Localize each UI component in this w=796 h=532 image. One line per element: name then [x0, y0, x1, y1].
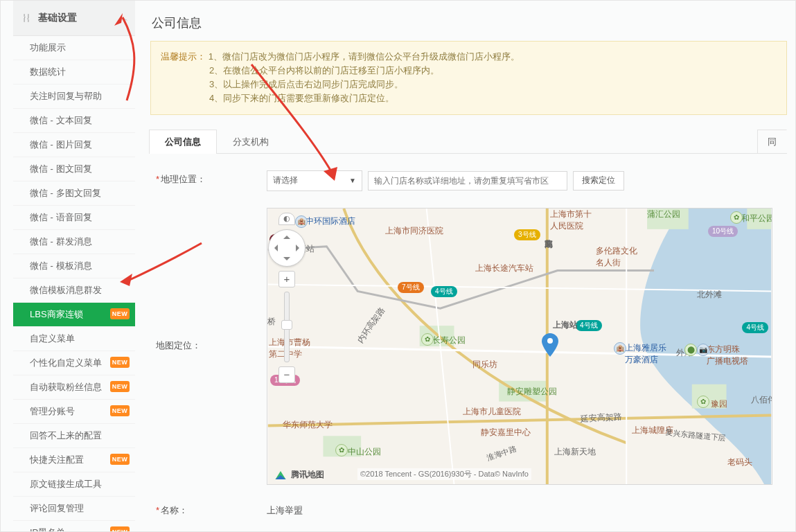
sidebar-item[interactable]: 微信 - 模板消息: [13, 254, 135, 278]
sidebar-header[interactable]: 基础设置 ︿: [13, 1, 135, 36]
tabs: 公司信息 分支机构 同: [149, 129, 787, 154]
sidebar-item[interactable]: 微信 - 图文回复: [13, 157, 135, 181]
row-map: 地图定位：: [149, 208, 795, 485]
poi-label: 中山公园: [348, 446, 381, 458]
poi-label: 蒲汇公园: [647, 209, 680, 220]
poi-label: 静安雕塑公园: [507, 386, 557, 398]
poi-label: 八佰伴: [751, 394, 772, 406]
sidebar-item[interactable]: LBS商家连锁NEW: [13, 303, 135, 327]
row-geo: *地理位置： 请选择 ▼ 搜索定位: [149, 170, 795, 191]
poi-label: 和平公园: [741, 213, 772, 224]
tab-branch[interactable]: 分支机构: [217, 130, 285, 154]
notice-line: 2、在微信公众平台内将以前的门店迁移至门店小程序内。: [209, 64, 778, 78]
poi-label: 上海新天地: [554, 446, 596, 458]
zoom-in-button[interactable]: +: [278, 271, 295, 287]
geo-select[interactable]: 请选择 ▼: [267, 170, 362, 191]
label-name: *名称：: [149, 502, 267, 517]
poi-label: 上海市同济医院: [385, 225, 443, 237]
sidebar-item[interactable]: 微信 - 群发消息: [13, 230, 135, 254]
map-pan-nav[interactable]: [268, 229, 306, 267]
sidebar-item[interactable]: 微信 - 文本回复: [13, 109, 135, 133]
sidebar: 基础设置 ︿ 功能展示数据统计关注时回复与帮助微信 - 文本回复微信 - 图片回…: [13, 1, 135, 532]
hotel-icon: 🏨: [614, 342, 626, 355]
poi-icon: ⬤: [684, 344, 697, 356]
sidebar-item[interactable]: 功能展示: [13, 36, 135, 60]
poi-label: 上海站: [553, 319, 578, 331]
sidebar-item[interactable]: 回答不上来的配置: [13, 424, 135, 448]
sidebar-menu: 功能展示数据统计关注时回复与帮助微信 - 文本回复微信 - 图片回复微信 - 图…: [13, 36, 135, 532]
main-panel: 公司信息 温馨提示： 1、微信门店改为微信门店小程序，请到微信公众平台升级成微信…: [149, 1, 795, 531]
new-badge: NEW: [110, 357, 130, 368]
label-map: 地图定位：: [149, 208, 267, 352]
sidebar-item[interactable]: IP黑名单NEW: [13, 521, 135, 532]
line-badge-7: 7号线: [398, 282, 424, 293]
map[interactable]: 3号线 4号线 4号线 4号线 7号线 10号线 11号线 13号线 中环国际酒…: [267, 208, 772, 485]
svg-point-7: [547, 338, 553, 344]
map-provider-logo: 腾讯地图: [274, 469, 324, 481]
tab-company-info[interactable]: 公司信息: [149, 130, 217, 154]
line-badge-4: 4号线: [431, 286, 457, 297]
line-badge-4c: 4号线: [742, 322, 768, 333]
new-badge: NEW: [110, 526, 130, 532]
line-badge-3: 3号线: [514, 229, 540, 240]
poi-label: 多伦路文化 名人街: [596, 245, 637, 269]
map-toggle[interactable]: ◐: [278, 213, 295, 225]
line-badge-10: 10号线: [708, 226, 738, 237]
sidebar-item[interactable]: 微信 - 多图文回复: [13, 181, 135, 206]
sidebar-item[interactable]: 微信 - 语音回复: [13, 206, 135, 230]
zoom-slider[interactable]: [284, 292, 290, 362]
poi-label: 老码头: [727, 456, 752, 468]
sidebar-title: 基础设置: [38, 12, 77, 24]
select-value: 请选择: [273, 175, 298, 186]
notice-prefix: 温馨提示：: [161, 51, 206, 62]
sidebar-item[interactable]: 数据统计: [13, 60, 135, 85]
sidebar-item[interactable]: 自定义菜单: [13, 327, 135, 351]
new-badge: NEW: [110, 454, 130, 465]
caret-down-icon: ▼: [349, 177, 356, 184]
new-badge: NEW: [110, 405, 130, 416]
park-icon: ✿: [335, 444, 348, 456]
poi-label: 长寿公园: [432, 335, 466, 346]
geo-address-input[interactable]: [368, 171, 567, 190]
sidebar-item[interactable]: 微信模板消息群发: [13, 278, 135, 303]
sidebar-item[interactable]: 自动获取粉丝信息NEW: [13, 375, 135, 400]
road-label: 延安高架路: [580, 410, 622, 425]
value-name: 上海举盟: [267, 502, 303, 517]
search-location-button[interactable]: 搜索定位: [573, 171, 624, 190]
sidebar-item[interactable]: 管理分账号NEW: [13, 400, 135, 424]
new-badge: NEW: [110, 381, 130, 392]
notice-line: 1、微信门店改为微信门店小程序，请到微信公众平台升级成微信门店小程序。: [209, 51, 520, 62]
notice-line: 3、以上操作完成后点击右边同步门店完成同步。: [209, 78, 778, 91]
row-name: *名称： 上海举盟: [149, 502, 795, 517]
poi-label: 上海市第十 人民医院: [550, 209, 592, 232]
zoom-handle[interactable]: [281, 320, 292, 330]
poi-label: 豫园: [711, 398, 727, 410]
notice-box: 温馨提示： 1、微信门店改为微信门店小程序，请到微信公众平台升级成微信门店小程序…: [150, 41, 787, 115]
sidebar-item[interactable]: 关注时回复与帮助: [13, 85, 135, 109]
map-controls: ◐ + −: [274, 213, 299, 383]
tools-icon: [21, 13, 31, 23]
poi-label: 华东师范大学: [283, 419, 333, 431]
map-copyright: ©2018 Tencent - GS(2016)930号 - Data© Nav…: [357, 468, 531, 480]
sidebar-item[interactable]: 个性化自定义菜单NEW: [13, 351, 135, 375]
zoom-out-button[interactable]: −: [278, 366, 295, 383]
poi-label: 同乐坊: [472, 359, 497, 371]
tab-right[interactable]: 同: [757, 130, 787, 154]
poi-label: 上海雅居乐 万豪酒店: [625, 342, 666, 366]
poi-label: 北外滩: [697, 289, 722, 301]
park-icon: ✿: [730, 211, 743, 224]
poi-label: 东方明珠 广播电视塔: [707, 344, 748, 367]
new-badge: NEW: [110, 308, 130, 319]
sidebar-item[interactable]: 微信 - 图片回复: [13, 133, 135, 157]
sidebar-item[interactable]: 评论回复管理: [13, 497, 135, 521]
poi-label: 中环国际酒店: [306, 215, 355, 227]
poi-label: 上海市儿童医院: [463, 406, 521, 418]
chevron-up-icon: ︿: [120, 12, 128, 24]
park-icon: ✿: [421, 333, 434, 346]
sidebar-item[interactable]: 原文链接生成工具: [13, 472, 135, 497]
sidebar-item[interactable]: 快捷关注配置NEW: [13, 448, 135, 472]
map-marker[interactable]: [542, 333, 558, 359]
poi-label: 静安嘉里中心: [481, 427, 531, 438]
line-badge-4b: 4号线: [576, 320, 602, 331]
park-icon: ✿: [697, 396, 709, 408]
